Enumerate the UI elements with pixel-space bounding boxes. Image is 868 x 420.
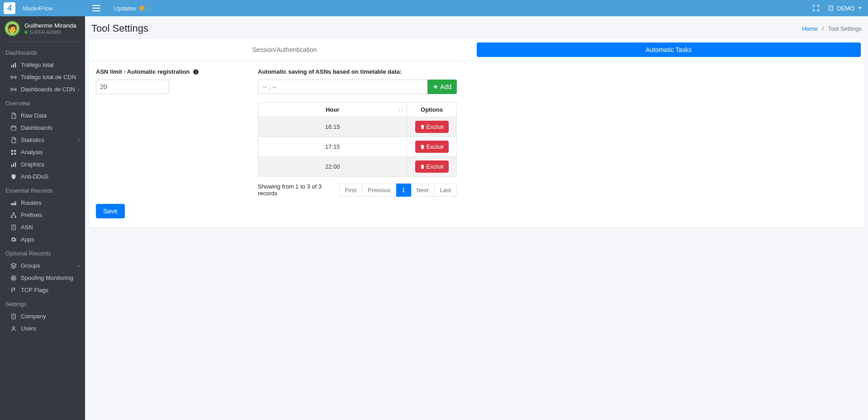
file-icon (9, 137, 18, 143)
svg-rect-35 (434, 86, 438, 87)
sidebar-item-label: Graphics (21, 161, 44, 168)
page-last[interactable]: Last (434, 184, 457, 197)
sidebar-item-label: Statistics (21, 137, 44, 143)
target-icon (9, 275, 18, 281)
sidebar-item-label: Dashboards de CDN (21, 86, 75, 93)
add-button[interactable]: Add (427, 80, 457, 94)
svg-rect-19 (11, 203, 16, 205)
brand-block[interactable]: 4 Made4Flow (0, 0, 85, 16)
svg-rect-24 (14, 216, 16, 217)
col-hour[interactable]: Hour ↑↓ (258, 103, 407, 117)
chart-icon (9, 62, 18, 68)
sidebar: 🧑 Guilherme Miranda SUPER-ADMIN Dashboar… (0, 16, 85, 420)
sidebar-item[interactable]: Users (0, 322, 85, 335)
sidebar-item[interactable]: Company (0, 310, 85, 322)
updates-label: Updates (114, 5, 136, 12)
breadcrumb-current: Tool Settings (828, 25, 862, 32)
svg-rect-33 (195, 70, 196, 71)
sidebar-item[interactable]: Spoofing Monitoring (0, 272, 85, 284)
svg-point-28 (13, 278, 14, 278)
flag-icon (9, 287, 18, 293)
sidebar-item[interactable]: Tráfego total de CDN (0, 71, 85, 83)
delete-button[interactable]: Excluir (415, 160, 449, 173)
sidebar-item[interactable]: Tráfego total (0, 59, 85, 71)
sidebar-item[interactable]: TCP Flags (0, 284, 85, 296)
sidebar-item[interactable]: Raw Data (0, 109, 85, 122)
svg-rect-1 (829, 6, 833, 11)
sidebar-item[interactable]: Groups (0, 260, 85, 272)
svg-rect-11 (11, 126, 16, 130)
info-icon[interactable] (193, 69, 199, 75)
page-first[interactable]: First (339, 184, 362, 197)
sidebar-item-label: ASN (21, 224, 33, 231)
sidebar-item[interactable]: Dashboards de CDN (0, 83, 85, 95)
page-1[interactable]: 1 (396, 184, 411, 197)
sidebar-item[interactable]: Apps (0, 233, 85, 245)
new-badge-icon (138, 4, 147, 13)
tabs: Session/Authentication Automatic Tasks (89, 39, 864, 61)
section-header: Settings (0, 296, 85, 310)
fullscreen-icon[interactable] (812, 5, 820, 12)
topbar: 4 Made4Flow Updates DEMO (0, 0, 868, 16)
svg-point-10 (13, 89, 14, 90)
asn-limit-input[interactable] (96, 80, 169, 94)
svg-point-30 (13, 326, 15, 329)
tenant-dropdown[interactable]: DEMO (828, 5, 862, 12)
delete-button[interactable]: Excluir (415, 141, 449, 153)
building-icon (9, 313, 18, 320)
main-content: Tool Settings Home / Tool Settings Sessi… (85, 16, 868, 420)
brand-name: Made4Flow (23, 5, 53, 12)
sidebar-item-label: Tráfego total de CDN (21, 74, 76, 80)
cell-hour: 17:15 (258, 137, 407, 157)
sidebar-item[interactable]: Dashboards (0, 122, 85, 134)
table-row: 16:15Excluir (258, 117, 457, 137)
chevron-left-icon (77, 262, 81, 269)
svg-rect-4 (830, 8, 830, 8)
settings-card: Session/Authentication Automatic Tasks A… (89, 39, 864, 227)
auto-save-label: Automatic saving of ASNs based on timeta… (258, 68, 457, 75)
svg-rect-18 (15, 162, 16, 167)
svg-rect-16 (11, 165, 12, 167)
building-icon (9, 224, 18, 231)
svg-rect-12 (11, 150, 13, 151)
sidebar-item-label: Dashboards (21, 124, 52, 131)
updates-link[interactable]: Updates (114, 4, 147, 13)
sidebar-item-label: Analysis (21, 149, 43, 156)
sidebar-item[interactable]: Statistics (0, 134, 85, 146)
sidebar-item[interactable]: ASN (0, 221, 85, 233)
time-input[interactable] (258, 80, 427, 94)
sidebar-item[interactable]: Graphics (0, 158, 85, 170)
antenna-icon (9, 74, 18, 80)
grid-icon (9, 149, 18, 156)
cell-options: Excluir (407, 157, 457, 177)
page-next[interactable]: Next (411, 184, 435, 197)
delete-button[interactable]: Excluir (415, 121, 449, 133)
save-button[interactable]: Save (96, 204, 125, 218)
section-header: Optional Records (0, 245, 85, 260)
sidebar-item[interactable]: Analysis (0, 146, 85, 158)
user-icon (9, 326, 18, 332)
sort-icon: ↑↓ (398, 107, 403, 113)
page-previous[interactable]: Previous (362, 184, 397, 197)
svg-rect-2 (830, 7, 830, 7)
sidebar-item[interactable]: Anti-DDoS (0, 170, 85, 183)
sitemap-icon (9, 212, 18, 218)
svg-rect-29 (12, 314, 15, 319)
trash-icon (420, 124, 425, 130)
tab-session[interactable]: Session/Authentication (92, 42, 477, 57)
plus-icon (433, 84, 438, 90)
pagination: First Previous 1 Next Last (339, 184, 457, 197)
sidebar-item-label: Spoofing Monitoring (21, 274, 73, 281)
svg-rect-25 (12, 225, 15, 230)
sidebar-item-label: TCP Flags (21, 287, 48, 293)
user-block[interactable]: 🧑 Guilherme Miranda SUPER-ADMIN (0, 16, 85, 42)
breadcrumb-home[interactable]: Home (802, 25, 818, 32)
sidebar-item[interactable]: Routers (0, 197, 85, 209)
sidebar-item[interactable]: Prefixes (0, 209, 85, 221)
menu-toggle-icon[interactable] (92, 5, 100, 11)
svg-rect-14 (11, 153, 13, 155)
router-icon (9, 200, 18, 206)
tab-automatic-tasks[interactable]: Automatic Tasks (477, 42, 861, 57)
svg-rect-23 (11, 216, 13, 217)
chevron-left-icon (77, 137, 81, 143)
